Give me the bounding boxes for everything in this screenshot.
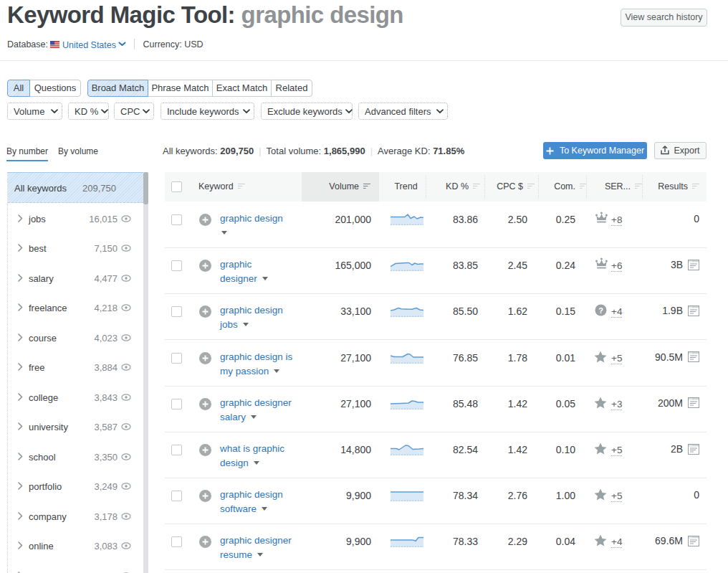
svg-text:?: ? xyxy=(598,306,603,315)
